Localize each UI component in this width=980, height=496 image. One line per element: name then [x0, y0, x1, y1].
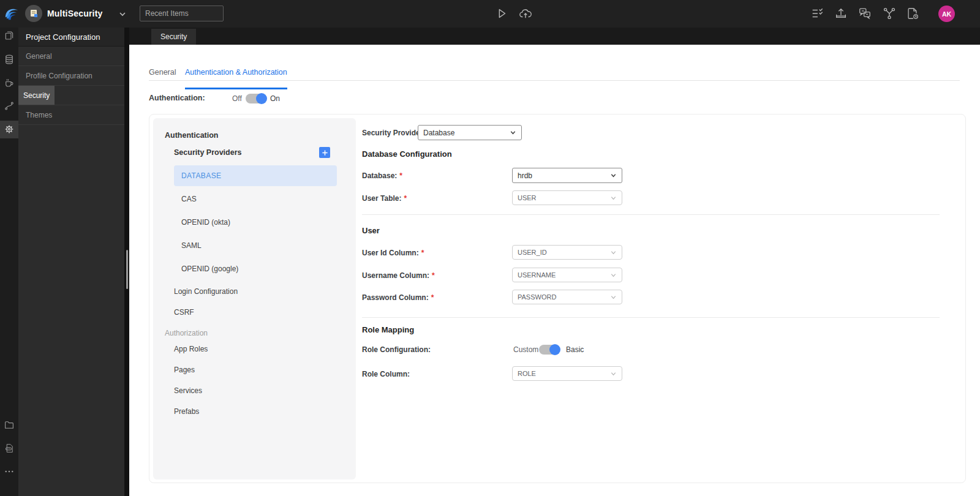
database-label: Database:* [362, 171, 402, 180]
database-icon[interactable] [4, 54, 15, 65]
more-icon[interactable] [4, 466, 15, 477]
panel-item-app-roles[interactable]: App Roles [174, 345, 208, 353]
user-section-title: User [362, 226, 380, 235]
panel-authentication-header: Authentication [165, 131, 219, 140]
required-marker: * [421, 249, 424, 257]
checklist-icon[interactable] [810, 7, 824, 20]
toggle-off-label: Off [232, 94, 242, 103]
gear-icon[interactable] [4, 124, 15, 135]
panel-item-prefabs[interactable]: Prefabs [174, 407, 199, 416]
panel-security-providers-header: Security Providers [174, 148, 241, 157]
chevron-down-icon[interactable] [118, 9, 127, 19]
provider-item-cas[interactable]: CAS [181, 195, 197, 203]
java-icon[interactable] [4, 77, 15, 88]
username-column-select[interactable]: USERNAME [512, 268, 622, 282]
required-marker: * [431, 293, 434, 302]
top-bar: MultiSecurity [0, 0, 980, 28]
panel-item-pages[interactable]: Pages [174, 366, 195, 374]
username-column-label: Username Column:* [362, 271, 435, 280]
role-configuration-toggle[interactable] [539, 345, 560, 355]
database-value: hrdb [518, 171, 532, 180]
required-marker: * [432, 271, 435, 280]
role-column-select[interactable]: ROLE [512, 366, 622, 381]
toggle-knob [256, 93, 267, 104]
tab-authentication-authorization[interactable]: Authentication & Authorization [185, 68, 287, 89]
recent-items-input[interactable] [140, 6, 224, 21]
user-id-column-select[interactable]: USER_ID [512, 245, 622, 260]
sidebar-title: Project Configuration [18, 28, 124, 47]
provider-item-database[interactable]: DATABASE [174, 165, 337, 186]
role-mapping-title: Role Mapping [362, 325, 414, 334]
select-chevron-icon [510, 129, 516, 136]
select-chevron-icon [610, 272, 617, 279]
share-icon[interactable] [883, 7, 896, 20]
security-provider-value: Database [423, 129, 454, 137]
doc-tab-security[interactable]: Security [151, 29, 196, 45]
vertical-scrollbar[interactable] [126, 250, 128, 289]
sidebar-edge-strip [124, 28, 129, 496]
user-id-column-label: User Id Column:* [362, 249, 424, 257]
select-chevron-icon [610, 249, 617, 256]
sidebar-item-general[interactable]: General [18, 47, 124, 66]
user-table-select[interactable]: USER [512, 190, 622, 205]
main-content: General Authentication & Authorization A… [129, 45, 980, 496]
authentication-toggle-label: Authentication: [149, 94, 205, 102]
svg-text:LOG: LOG [7, 448, 11, 450]
project-icon[interactable] [25, 5, 42, 22]
sidebar-item-security[interactable]: Security [18, 86, 55, 105]
database-select[interactable]: hrdb [512, 168, 622, 183]
play-icon[interactable] [495, 7, 508, 20]
folder-icon[interactable] [4, 419, 15, 430]
toggle-on-label: On [270, 94, 280, 103]
tab-general[interactable]: General [149, 68, 176, 77]
sidebar-item-themes[interactable]: Themes [18, 105, 124, 125]
authentication-toggle[interactable] [246, 94, 266, 103]
sidebar: Project Configuration General Profile Co… [18, 28, 124, 496]
role-column-value: ROLE [518, 370, 536, 377]
panel-item-login-configuration[interactable]: Login Configuration [174, 287, 238, 296]
panel-item-csrf[interactable]: CSRF [174, 308, 194, 317]
role-configuration-label: Role Configuration: [362, 345, 431, 354]
user-id-column-value: USER_ID [518, 249, 547, 256]
log-file-icon[interactable]: LOG [4, 443, 15, 454]
required-marker: * [399, 171, 402, 180]
password-column-value: PASSWORD [518, 293, 556, 301]
icon-rail: LOG [0, 28, 18, 496]
role-toggle-basic-label: Basic [566, 345, 584, 354]
pages-icon[interactable] [4, 30, 15, 41]
panel-authorization-header: Authorization [165, 329, 208, 337]
translate-chat-icon[interactable] [858, 7, 872, 20]
password-column-label: Password Column:* [362, 293, 434, 302]
password-column-select[interactable]: PASSWORD [512, 290, 622, 304]
avatar[interactable]: AK [938, 6, 955, 22]
required-marker: * [404, 194, 407, 203]
security-config-card: Authentication Security Providers DATABA… [149, 114, 966, 483]
tabs-divider [149, 80, 960, 81]
cloud-upload-icon[interactable] [519, 7, 532, 20]
security-provider-select[interactable]: Database [418, 125, 522, 140]
file-sync-icon[interactable] [906, 7, 919, 20]
section-separator [362, 214, 940, 215]
app-logo-icon [3, 6, 20, 22]
sidebar-item-profile-configuration[interactable]: Profile Configuration [18, 66, 124, 86]
provider-item-openid-google[interactable]: OPENID (google) [181, 265, 238, 273]
user-table-value: USER [518, 194, 537, 201]
select-chevron-icon [610, 172, 617, 179]
user-table-label: User Table:* [362, 194, 407, 203]
select-chevron-icon [610, 195, 617, 201]
toggle-knob [549, 344, 560, 355]
api-icon[interactable] [4, 100, 15, 111]
provider-item-openid-okta[interactable]: OPENID (okta) [181, 218, 230, 227]
provider-item-saml[interactable]: SAML [181, 241, 202, 250]
security-provider-label: Security Provider [362, 129, 423, 137]
username-column-value: USERNAME [518, 271, 556, 279]
select-chevron-icon [610, 370, 617, 377]
export-icon[interactable] [834, 7, 848, 20]
select-chevron-icon [610, 294, 617, 301]
add-provider-button[interactable] [319, 147, 330, 158]
role-toggle-custom-label: Custom [513, 345, 538, 354]
role-column-label: Role Column: [362, 370, 410, 378]
document-tabstrip: Security [129, 28, 980, 45]
project-name: MultiSecurity [47, 9, 103, 18]
panel-item-services[interactable]: Services [174, 386, 202, 395]
